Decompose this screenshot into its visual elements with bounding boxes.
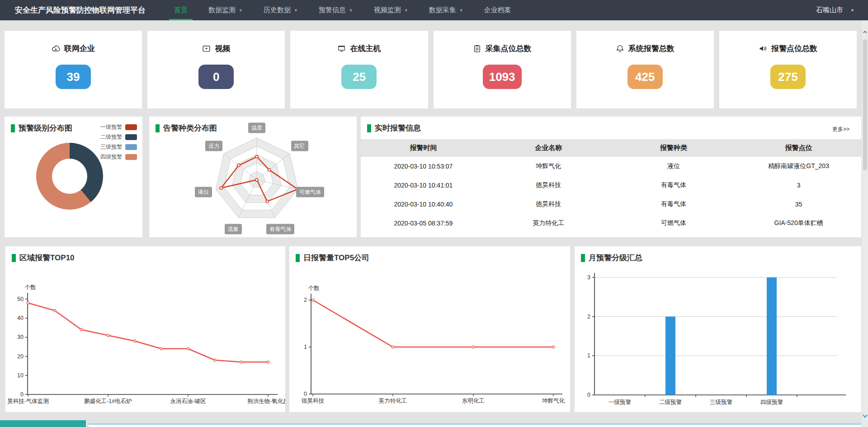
panel-realtime-alarms: 实时报警信息 更多>> 报警时间企业名称报警种类报警点位 2020-03-10 … — [361, 117, 861, 237]
legend-item[interactable]: 四级预警 — [100, 152, 137, 162]
chevron-down-icon: ▼ — [404, 8, 408, 13]
stat-card-label: 采集点位总数 — [486, 43, 532, 54]
nav-item-4[interactable]: 预警信息▼ — [308, 0, 363, 20]
stat-card-header: 联网企业 — [52, 43, 95, 54]
line-chart-daily-top5: 012个数德昊科技英力特化工东明化工坤辉气化 — [289, 246, 570, 412]
radar-axis-label: 流量 — [225, 224, 242, 235]
svg-text:四级预警: 四级预警 — [760, 399, 783, 405]
table-cell: 可燃气体 — [611, 214, 736, 233]
stat-card-header: 报警点位总数 — [759, 43, 817, 54]
panel-alarm-type-distribution: 告警种类分布图 温度其它可燃气体有毒气体流量液位压力 — [149, 117, 357, 237]
nav-item-label: 企业档案 — [484, 6, 511, 14]
svg-text:德昊科技: 德昊科技 — [302, 398, 325, 404]
cloud-icon — [52, 44, 60, 53]
region-selector[interactable]: 石嘴山市 ▼ — [816, 6, 854, 14]
svg-text:50: 50 — [17, 296, 24, 302]
stat-card-header: 系统报警总数 — [616, 43, 675, 54]
radar-axis-label: 可燃气体 — [296, 187, 324, 197]
legend-swatch — [125, 124, 137, 130]
table-cell: 2020-03-10 10:53:07 — [361, 157, 486, 176]
stat-card-label: 联网企业 — [64, 43, 95, 54]
nav-item-6[interactable]: 数据采集▼ — [419, 0, 474, 20]
region-label: 石嘴山市 — [816, 6, 843, 14]
nav-item-2[interactable]: 数据监测▼ — [198, 0, 253, 20]
panel-header: 月预警分级汇总 — [581, 253, 642, 263]
radar-axis-label: 压力 — [205, 141, 222, 151]
stat-card-4: 采集点位总数1093 — [434, 31, 571, 108]
svg-text:1: 1 — [587, 352, 590, 359]
panel-header: 预警级别分布图 — [11, 123, 72, 133]
svg-text:东明化工: 东明化工 — [462, 398, 485, 404]
legend-label: 四级预警 — [100, 153, 122, 161]
chevron-down-icon: ▼ — [239, 8, 243, 13]
legend-item[interactable]: 三级预警 — [100, 142, 137, 152]
legend-label: 三级预警 — [100, 143, 122, 151]
radar-axis-label: 其它 — [291, 141, 308, 151]
scrollbar-thumb[interactable] — [863, 39, 867, 170]
stat-card-1: 联网企业39 — [5, 31, 142, 108]
svg-text:0: 0 — [587, 392, 590, 398]
nav-item-label: 预警信息 — [319, 6, 346, 14]
legend-item[interactable]: 一级预警 — [100, 122, 137, 132]
title-marker-icon — [581, 254, 585, 262]
title-marker-icon — [156, 124, 160, 132]
chevron-down-icon: ▼ — [459, 8, 463, 13]
svg-text:永润石油-罐区: 永润石油-罐区 — [170, 398, 206, 404]
nav-item-7[interactable]: 企业档案 — [474, 0, 522, 20]
table-row: 2020-03-10 10:41:01德昊科技有毒气体3 — [361, 176, 861, 195]
title-marker-icon — [11, 124, 15, 132]
main-nav: 首页数据监测▼历史数据▼预警信息▼视频监测▼数据采集▼企业档案 — [164, 0, 522, 20]
nav-item-label: 首页 — [174, 6, 188, 14]
svg-text:10: 10 — [17, 372, 24, 379]
table-cell: 有毒气体 — [611, 176, 736, 195]
nav-item-3[interactable]: 历史数据▼ — [253, 0, 308, 20]
nav-item-label: 数据采集 — [429, 6, 456, 14]
column-header: 报警时间 — [361, 139, 486, 157]
vertical-scrollbar[interactable] — [862, 20, 868, 427]
svg-text:昊科技-气体监测: 昊科技-气体监测 — [7, 398, 49, 404]
scroll-down-button[interactable] — [862, 413, 868, 420]
speaker-icon — [759, 44, 767, 53]
bottom-section-edge — [89, 423, 861, 427]
bar-chart-monthly-summary: 0123一级预警二级预警三级预警四级预警 — [575, 246, 861, 412]
nav-item-label: 数据监测 — [208, 6, 236, 14]
chevron-down-icon — [863, 414, 868, 418]
table-row: 2020-03-10 10:53:07坤辉气化液位精醇南罐液位GT_203 — [361, 157, 861, 176]
panel-title: 预警级别分布图 — [19, 123, 72, 133]
svg-text:40: 40 — [17, 315, 24, 321]
panel-header: 日报警量TOP5公司 — [296, 253, 369, 263]
stat-cards-row: 联网企业39视频0在线主机25采集点位总数1093系统报警总数425报警点位总数… — [5, 31, 857, 108]
svg-text:0: 0 — [20, 391, 24, 398]
column-header: 报警点位 — [736, 139, 861, 157]
table-cell: 德昊科技 — [486, 195, 611, 214]
svg-text:0: 0 — [304, 391, 307, 397]
more-link[interactable]: 更多>> — [832, 126, 849, 133]
nav-item-label: 视频监测 — [374, 6, 401, 14]
stat-card-6: 报警点位总数275 — [719, 31, 857, 108]
stat-card-label: 在线主机 — [350, 43, 381, 54]
panel-header: 区域报警TOP10 — [12, 253, 75, 263]
nav-item-5[interactable]: 视频监测▼ — [363, 0, 419, 20]
chevron-up-icon — [863, 31, 867, 33]
radar-axis-label: 液位 — [195, 187, 212, 197]
clipboard-icon — [473, 44, 481, 53]
svg-text:二级预警: 二级预警 — [659, 399, 682, 405]
video-icon — [202, 44, 211, 53]
table-row: 2020-03-10 10:40:40德昊科技有毒气体35 — [361, 195, 861, 214]
stat-card-value: 1093 — [483, 65, 522, 89]
donut-legend: 一级预警二级预警三级预警四级预警 — [100, 122, 137, 162]
table-cell: 2020-03-10 10:41:01 — [361, 176, 486, 195]
title-marker-icon — [367, 124, 371, 132]
title-marker-icon — [296, 254, 300, 262]
legend-item[interactable]: 二级预警 — [100, 132, 137, 142]
table-cell: 精醇南罐液位GT_203 — [736, 157, 861, 176]
stat-card-header: 视频 — [202, 43, 230, 54]
svg-text:荆洪生物-氧化反: 荆洪生物-氧化反 — [247, 398, 285, 404]
scroll-up-button[interactable] — [862, 28, 868, 36]
bottom-teal-block — [0, 420, 86, 427]
chevron-down-icon: ▼ — [850, 8, 854, 13]
nav-item-1[interactable]: 首页 — [164, 0, 198, 20]
table-header: 报警时间企业名称报警种类报警点位 — [361, 139, 861, 157]
svg-text:2: 2 — [587, 314, 590, 320]
stat-card-value: 275 — [770, 65, 806, 89]
